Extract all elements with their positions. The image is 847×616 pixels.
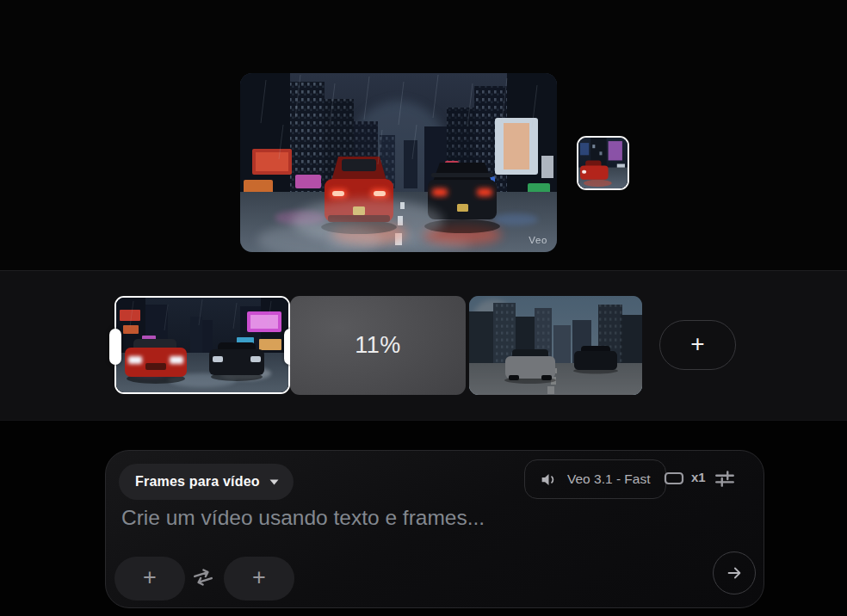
timeline-section: 11%	[0, 270, 847, 421]
trim-handle-left[interactable]	[109, 329, 121, 365]
timeline-generating-clip[interactable]: 11%	[290, 296, 466, 395]
timeline-clip-day-highway[interactable]	[469, 296, 642, 395]
generation-progress-label: 11%	[355, 332, 401, 359]
composer-section: Frames para vídeo Veo 3.1 - Fast x1	[0, 421, 847, 616]
mode-selector[interactable]: Frames para vídeo	[119, 464, 294, 500]
ingredient-thumbnail[interactable]	[577, 136, 629, 190]
model-selector-label: Veo 3.1 - Fast	[567, 471, 651, 487]
timeline-clip-3-scene	[469, 296, 642, 395]
timeline-clip-selected[interactable]	[114, 296, 290, 394]
veo-watermark: Veo	[529, 235, 547, 245]
aspect-ratio-icon[interactable]	[664, 471, 684, 486]
add-last-frame-button[interactable]: +	[224, 557, 294, 601]
add-first-frame-button[interactable]: +	[114, 557, 185, 601]
prompt-input[interactable]	[121, 502, 664, 533]
add-clip-button[interactable]: +	[659, 320, 736, 370]
plus-icon: +	[690, 332, 704, 356]
plus-icon: +	[143, 566, 157, 589]
plus-icon: +	[252, 566, 266, 589]
preview-section: Veo	[0, 0, 847, 270]
mode-selector-label: Frames para vídeo	[135, 474, 260, 490]
main-video[interactable]: Veo	[240, 73, 557, 252]
timeline-clip-1-scene	[116, 298, 288, 392]
ingredient-thumbnail-scene	[578, 138, 628, 188]
output-count[interactable]: x1	[691, 470, 706, 484]
tune-icon[interactable]	[714, 467, 736, 490]
caret-down-icon	[269, 479, 279, 485]
main-video-scene	[240, 73, 557, 252]
composer-card: Frames para vídeo Veo 3.1 - Fast x1	[105, 450, 764, 608]
model-selector[interactable]: Veo 3.1 - Fast	[524, 459, 666, 499]
app-root: Veo	[0, 0, 847, 616]
arrow-right-icon	[725, 564, 744, 582]
send-button[interactable]	[713, 551, 756, 594]
volume-icon	[540, 471, 558, 489]
swap-frames-icon[interactable]	[191, 567, 215, 588]
